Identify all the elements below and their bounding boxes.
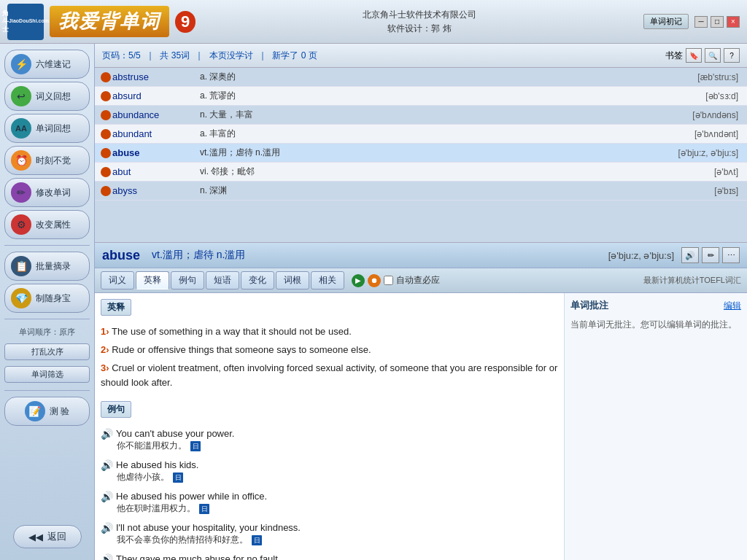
detail-edit-button[interactable]: ✏	[702, 247, 719, 263]
tab-english[interactable]: 英释	[136, 271, 169, 289]
word-text: abundance	[112, 109, 200, 120]
ref-icon-2[interactable]: 日	[173, 472, 183, 483]
tab-phrase[interactable]: 短语	[206, 271, 239, 289]
word-status-icon	[101, 110, 111, 120]
record-button[interactable]: ⏺	[368, 274, 381, 287]
new-words-text: 新学了 0 页	[272, 50, 317, 61]
word-def: n. 大量，丰富	[200, 109, 624, 121]
maximize-button[interactable]: □	[711, 16, 724, 28]
sidebar-item-edit-word[interactable]: ✏ 修改单词	[4, 178, 90, 207]
audio-icon-2[interactable]: 🔊	[101, 459, 113, 471]
batch-extract-icon: 📋	[11, 256, 31, 276]
word-status-icon	[101, 148, 111, 158]
sidebar-item-word-recall[interactable]: AA 单词回想	[4, 114, 90, 143]
word-def: vt.滥用；虐待 n.滥用	[200, 147, 624, 159]
word-phonetic: [æb'stru:s]	[624, 72, 741, 82]
tab-controls: ▶ ⏺ 自动查必应	[352, 274, 440, 287]
word-recall-icon: AA	[11, 118, 31, 139]
top-tools: 书签 🔖 🔍 ?	[665, 48, 740, 63]
edit-word-icon: ✏	[11, 182, 31, 203]
new-words-sep: ｜	[258, 50, 267, 61]
main-layout: ⚡ 六维速记 ↩ 词义回想 AA 单词回想 ⏰ 时刻不觉 ✏ 修改单词 ⚙ 改变…	[0, 44, 747, 560]
tab-root[interactable]: 词根	[276, 271, 309, 289]
minimize-button[interactable]: ─	[694, 16, 708, 28]
def-item-2: 2› Rude or offensive things that someone…	[101, 343, 558, 358]
sidebar-item-meaning-recall[interactable]: ↩ 词义回想	[4, 82, 90, 111]
help-tool-button[interactable]: ?	[724, 48, 740, 63]
example-zh-1: 你不能滥用权力。 日	[101, 440, 558, 452]
sort-button[interactable]: 打乱次序	[4, 343, 90, 360]
order-label: 单词顺序：原序	[4, 325, 90, 339]
word-phonetic: [əb'sɜ:d]	[624, 91, 741, 101]
example-item-4: 🔊 I'll not abuse your hospitality, your …	[101, 521, 558, 548]
edit-note-link[interactable]: 编辑	[724, 300, 741, 312]
tab-example[interactable]: 例句	[171, 271, 204, 289]
detail-more-button[interactable]: ⋯	[722, 247, 740, 263]
bookmark-tool-button[interactable]: 🔖	[686, 48, 702, 63]
table-row[interactable]: abstruse a. 深奥的 [æb'stru:s]	[95, 68, 747, 87]
example-en-2: 🔊 He abused his kids.	[101, 459, 558, 471]
meaning-recall-icon: ↩	[11, 86, 31, 106]
detail-phonetic: [ə'bju:z, ə'bju:s]	[608, 250, 674, 261]
word-count: ｜	[146, 50, 155, 61]
tab-variation[interactable]: 变化	[241, 271, 274, 289]
filter-button[interactable]: 单词筛选	[4, 366, 90, 383]
detail-body: 英释 1› The use of something in a way that…	[95, 293, 747, 560]
search-tool-button[interactable]: 🔍	[705, 48, 721, 63]
auto-check-checkbox[interactable]	[384, 276, 393, 285]
word-text: abut	[112, 166, 200, 177]
table-row[interactable]: abut vi. 邻接；毗邻 [ə'bʌt]	[95, 163, 747, 182]
table-row[interactable]: abuse vt.滥用；虐待 n.滥用 [ə'bju:z, ə'bju:s]	[95, 144, 747, 163]
sidebar-item-change-attr[interactable]: ⚙ 改变属性	[4, 210, 90, 239]
sidebar-item-clone-treasure[interactable]: 💎 制随身宝	[4, 284, 90, 313]
test-icon: 📝	[25, 401, 45, 421]
ref-icon-1[interactable]: 日	[190, 441, 201, 451]
close-button[interactable]: ×	[727, 16, 740, 28]
side-panel: 单词批注 编辑 当前单词无批注。您可以编辑单词的批注。	[565, 293, 747, 560]
detail-audio-button[interactable]: 🔊	[681, 247, 699, 263]
table-row[interactable]: abundance n. 大量，丰富 [ə'bʌndəns]	[95, 106, 747, 125]
word-count-text: 共 35词	[160, 50, 190, 61]
example-item-3: 🔊 He abused his power while in office. 他…	[101, 489, 558, 516]
sidebar-item-test[interactable]: 📝 测 验	[4, 397, 90, 426]
sidebar-item-time-review[interactable]: ⏰ 时刻不觉	[4, 146, 90, 175]
sidebar-item-six-fast[interactable]: ⚡ 六维速记	[4, 50, 90, 79]
word-status-icon	[101, 91, 111, 101]
clone-treasure-icon: 💎	[11, 288, 31, 308]
word-text: abstruse	[112, 71, 200, 82]
word-text: abundant	[112, 128, 200, 139]
sidebar-divider	[4, 245, 90, 246]
word-status-icon	[101, 186, 111, 196]
word-phonetic: [ə'bʌndəns]	[624, 110, 741, 120]
content-area: 页码：5/5 ｜ 共 35词 ｜ 本页没学讨 ｜ 新学了 0 页 书签 🔖 🔍 …	[95, 44, 747, 560]
change-attr-icon: ⚙	[11, 214, 31, 235]
page-number: 页码：5/5	[102, 50, 141, 61]
audio-icon-1[interactable]: 🔊	[101, 428, 113, 440]
example-item-5: 🔊 They gave me much abuse for no fault. …	[101, 552, 558, 560]
sidebar-divider2	[4, 319, 90, 319]
company-info: 北京角斗士软件技术有限公司 软件设计：郭 炜	[363, 7, 476, 36]
def-text-3: Cruel or violent treatment, often involv…	[101, 362, 557, 389]
tab-meaning[interactable]: 词义	[101, 271, 134, 289]
table-row[interactable]: absurd a. 荒谬的 [əb'sɜ:d]	[95, 87, 747, 106]
tab-related[interactable]: 相关	[311, 271, 344, 289]
ref-icon-3[interactable]: 日	[199, 504, 209, 514]
bookmark-label[interactable]: 单词初记	[643, 14, 689, 29]
def-num-3: 3›	[101, 362, 109, 373]
detail-main-content: 英释 1› The use of something in a way that…	[95, 293, 565, 560]
audio-icon-5[interactable]: 🔊	[101, 553, 113, 560]
word-phonetic: [ə'bʌndənt]	[624, 129, 741, 139]
example-en-5: 🔊 They gave me much abuse for no fault.	[101, 553, 558, 560]
audio-icon-4[interactable]: 🔊	[101, 522, 113, 534]
auto-check-container: 自动查必应	[384, 274, 440, 287]
side-panel-header: 单词批注 编辑	[570, 299, 741, 312]
sidebar-item-batch-extract[interactable]: 📋 批量摘录	[4, 252, 90, 281]
ref-icon-4[interactable]: 日	[252, 535, 262, 545]
table-row[interactable]: abyss n. 深渊 [ə'bɪs]	[95, 182, 747, 201]
return-button[interactable]: ◀◀ 返回	[13, 525, 82, 548]
sidebar: ⚡ 六维速记 ↩ 词义回想 AA 单词回想 ⏰ 时刻不觉 ✏ 修改单词 ⚙ 改变…	[0, 44, 95, 560]
audio-icon-3[interactable]: 🔊	[101, 491, 113, 502]
def-text-2: Rude or offensive things that someone sa…	[112, 344, 371, 355]
play-button[interactable]: ▶	[352, 274, 365, 287]
table-row[interactable]: abundant a. 丰富的 [ə'bʌndənt]	[95, 125, 747, 144]
